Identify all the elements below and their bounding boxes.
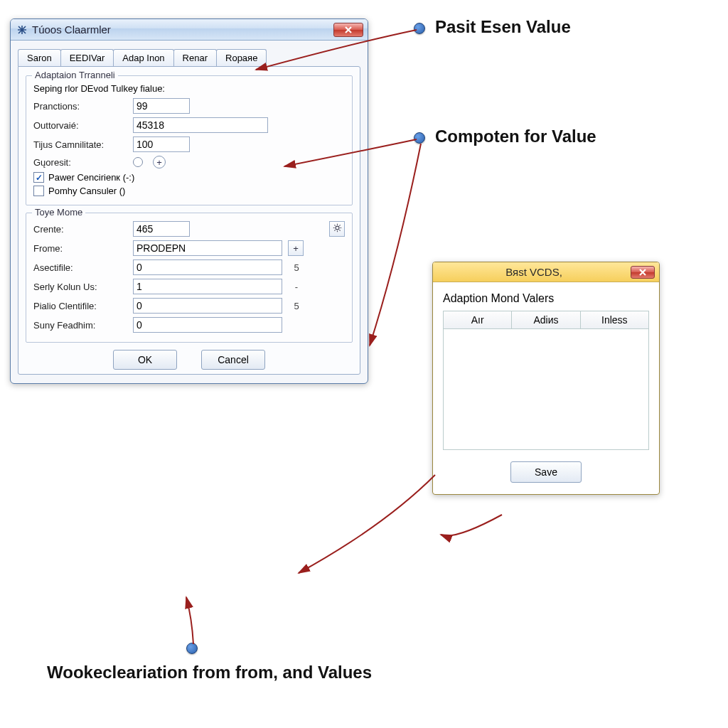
asectifile-input[interactable] bbox=[133, 259, 282, 275]
tab-saron[interactable]: Saron bbox=[18, 49, 61, 66]
suny-label: Suny Feadhim: bbox=[33, 320, 133, 331]
crente-label: Crente: bbox=[33, 224, 133, 235]
col-adins[interactable]: Adiиs bbox=[512, 311, 580, 328]
guoresit-radio-1[interactable] bbox=[133, 157, 143, 167]
serly-input[interactable] bbox=[133, 279, 282, 294]
tab-eedivar[interactable]: EEDIVar bbox=[60, 49, 114, 66]
asectifile-suffix: 5 bbox=[288, 262, 305, 273]
callout-2-dot bbox=[414, 132, 425, 144]
secondary-titlebar: Вяst VCDS, bbox=[433, 262, 659, 282]
tijus-label: Tijus Camnilitate: bbox=[33, 139, 133, 150]
close-button[interactable] bbox=[333, 23, 363, 37]
group-toye-legend: Toye Mome bbox=[32, 207, 85, 218]
pomhy-checkbox-label: Pomhy Cansuler () bbox=[48, 186, 125, 196]
callout-1: Pasit Esen Value bbox=[435, 17, 571, 37]
gear-icon bbox=[333, 223, 342, 235]
pranctions-label: Pranctions: bbox=[33, 101, 133, 112]
pomhy-checkbox[interactable] bbox=[33, 186, 44, 196]
frome-input[interactable] bbox=[133, 240, 282, 256]
cancel-button[interactable]: Cancel bbox=[201, 350, 265, 370]
group-toye: Toye Mome Crente: Frome: + bbox=[26, 213, 353, 343]
group-adaptation-legend: Adaptaion Trranneli bbox=[32, 70, 118, 80]
pawer-checkbox[interactable]: ✓ bbox=[33, 172, 44, 183]
guoresit-label: Gųoresit: bbox=[33, 157, 133, 168]
callout-1-dot bbox=[414, 23, 425, 34]
serly-suffix: - bbox=[288, 282, 305, 292]
window-title: Túoos Claarmler bbox=[32, 23, 333, 36]
outtorvale-input[interactable] bbox=[133, 117, 268, 133]
outtorvale-label: Outtorvaié: bbox=[33, 120, 133, 131]
callout-2: Compoten for Value bbox=[435, 127, 596, 146]
tab-strip: Saron EEDIVar Adap Inon Renar Roраяе bbox=[18, 49, 360, 66]
crente-gear-button[interactable] bbox=[329, 221, 345, 237]
guoresit-plus-button[interactable]: + bbox=[153, 156, 166, 168]
group-adaptation-subtitle: Seping rlor DEvod Tulkey fialue: bbox=[33, 83, 345, 94]
svg-point-0 bbox=[336, 226, 339, 230]
tab-renar[interactable]: Renar bbox=[173, 49, 217, 66]
save-button[interactable]: Save bbox=[510, 461, 582, 483]
tab-ropane[interactable]: Roраяе bbox=[216, 49, 267, 66]
suny-input[interactable] bbox=[133, 317, 282, 333]
pialio-label: Pialio Clentifile: bbox=[33, 301, 133, 311]
col-air[interactable]: Aır bbox=[444, 311, 512, 328]
secondary-close-button[interactable] bbox=[631, 266, 655, 279]
secondary-dialog: Вяst VCDS, Adaption Mond Valers Aır Adiи… bbox=[432, 262, 660, 495]
tijus-input[interactable] bbox=[133, 136, 190, 152]
frome-plus-button[interactable]: + bbox=[288, 240, 304, 256]
callout-3-dot bbox=[186, 643, 198, 654]
secondary-title: Вяst VCDS, bbox=[437, 266, 631, 278]
plus-icon: + bbox=[293, 243, 299, 254]
asectifile-label: Asectifile: bbox=[33, 262, 133, 273]
crente-input[interactable] bbox=[133, 221, 190, 237]
serly-label: Serly Kolun Us: bbox=[33, 282, 133, 292]
app-icon bbox=[16, 24, 28, 36]
table-body[interactable] bbox=[443, 329, 649, 450]
secondary-heading: Adaption Mond Valers bbox=[443, 292, 649, 305]
pawer-checkbox-label: Pawer Cencirienк (-:) bbox=[48, 172, 134, 183]
callout-3: Wookecleariation from from, and Values bbox=[47, 663, 372, 682]
pranctions-input[interactable] bbox=[133, 98, 190, 114]
frome-label: Frome: bbox=[33, 243, 133, 254]
tab-adapinon[interactable]: Adap Inon bbox=[113, 49, 173, 66]
group-adaptation: Adaptaion Trranneli Seping rlor DEvod Tu… bbox=[26, 75, 353, 205]
pialio-input[interactable] bbox=[133, 298, 282, 314]
table-header: Aır Adiиs Inleѕs bbox=[443, 311, 649, 329]
main-dialog: Túoos Claarmler Saron EEDIVar Adap Inon … bbox=[10, 18, 368, 384]
ok-button[interactable]: OK bbox=[113, 350, 177, 370]
pialio-suffix: 5 bbox=[288, 301, 305, 311]
titlebar: Túoos Claarmler bbox=[11, 19, 368, 41]
col-inless[interactable]: Inleѕs bbox=[581, 311, 648, 328]
